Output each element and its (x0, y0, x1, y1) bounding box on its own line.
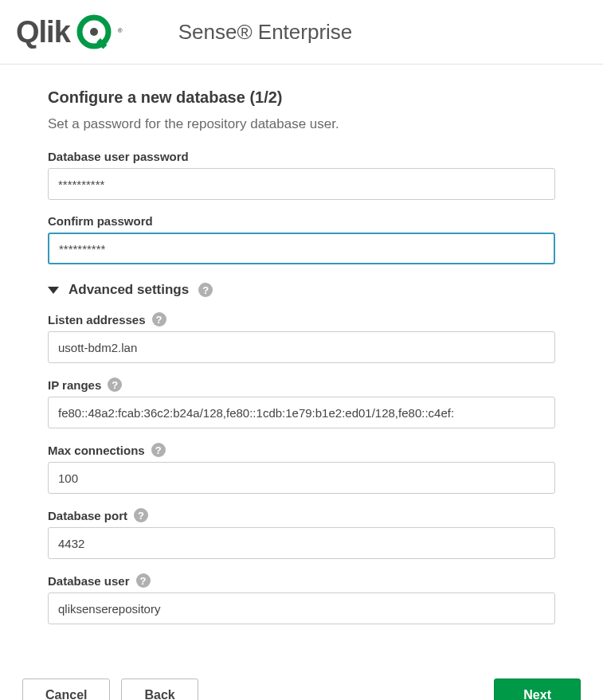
field-database-user: Database user ? (48, 573, 555, 624)
logo-q-icon (76, 14, 112, 49)
next-button[interactable]: Next (494, 678, 581, 700)
page-title: Configure a new database (1/2) (48, 88, 555, 107)
input-max-connections[interactable] (48, 462, 555, 494)
help-icon[interactable]: ? (151, 443, 166, 457)
label-password: Database user password (48, 150, 555, 163)
input-database-user[interactable] (48, 592, 555, 624)
footer: Cancel Back Next (0, 655, 603, 700)
cancel-button[interactable]: Cancel (22, 678, 110, 700)
field-confirm-password: Confirm password (48, 214, 555, 264)
input-password[interactable] (48, 168, 555, 200)
header: Qlik ® Sense® Enterprise (0, 0, 603, 65)
input-ip-ranges[interactable] (48, 397, 555, 428)
advanced-settings-title: Advanced settings (69, 282, 189, 298)
logo: Qlik ® (16, 14, 123, 49)
label-database-port: Database port (48, 509, 127, 522)
logo-text: Qlik (16, 15, 70, 49)
help-icon[interactable]: ? (152, 312, 166, 327)
back-button[interactable]: Back (121, 678, 198, 700)
content: Configure a new database (1/2) Set a pas… (0, 65, 603, 655)
label-listen-addresses: Listen addresses (48, 313, 146, 327)
help-icon[interactable]: ? (136, 573, 151, 588)
label-ip-ranges: IP ranges (48, 378, 101, 392)
field-ip-ranges: IP ranges ? (48, 377, 555, 428)
field-listen-addresses: Listen addresses ? (48, 312, 555, 363)
advanced-settings-toggle[interactable]: Advanced settings ? (48, 282, 555, 298)
page-subtitle: Set a password for the repository databa… (48, 116, 555, 132)
label-confirm-password: Confirm password (48, 214, 555, 228)
help-icon[interactable]: ? (198, 283, 213, 297)
caret-down-icon (48, 287, 59, 294)
registered-mark: ® (118, 27, 123, 34)
field-password: Database user password (48, 150, 555, 200)
field-database-port: Database port ? (48, 508, 555, 559)
help-icon[interactable]: ? (108, 377, 122, 392)
input-database-port[interactable] (48, 527, 555, 559)
product-title: Sense® Enterprise (178, 20, 353, 45)
svg-point-1 (90, 28, 98, 36)
input-listen-addresses[interactable] (48, 331, 555, 363)
label-database-user: Database user (48, 574, 130, 588)
label-max-connections: Max connections (48, 444, 145, 457)
help-icon[interactable]: ? (134, 508, 148, 522)
input-confirm-password[interactable] (48, 233, 555, 264)
field-max-connections: Max connections ? (48, 443, 555, 494)
